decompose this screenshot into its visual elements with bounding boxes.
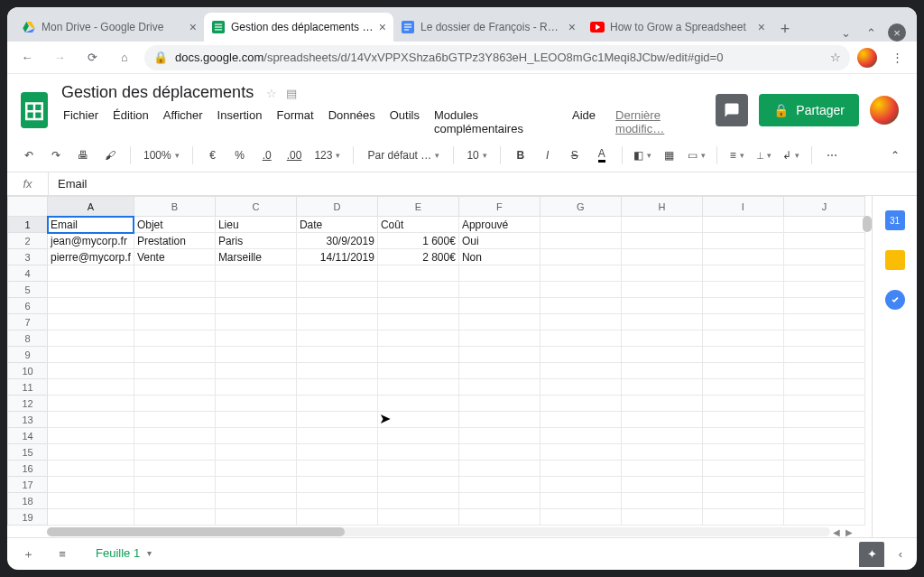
cell[interactable] — [702, 233, 783, 249]
cell[interactable] — [215, 396, 296, 412]
cell[interactable] — [377, 509, 458, 526]
cell[interactable] — [458, 428, 540, 444]
browser-tab[interactable]: Mon Drive - Google Drive × — [14, 13, 204, 42]
increase-decimal-button[interactable]: .00 — [283, 144, 306, 167]
cell[interactable] — [215, 379, 296, 396]
cell[interactable] — [296, 314, 377, 330]
cell[interactable]: pierre@mycorp.f — [48, 249, 134, 265]
cell[interactable] — [702, 509, 783, 526]
cell[interactable] — [621, 412, 702, 428]
cell[interactable] — [621, 265, 702, 282]
cell[interactable] — [621, 444, 702, 461]
column-header[interactable]: G — [540, 197, 621, 217]
calendar-icon[interactable]: 31 — [885, 210, 905, 230]
cell[interactable] — [377, 347, 458, 363]
row-header[interactable]: 2 — [8, 233, 48, 249]
cell[interactable] — [134, 493, 215, 509]
star-icon[interactable]: ☆ — [266, 87, 277, 100]
cell[interactable] — [458, 444, 540, 461]
cell[interactable] — [540, 233, 621, 249]
cell[interactable] — [621, 477, 702, 493]
cell[interactable] — [215, 444, 296, 461]
cell[interactable] — [48, 509, 134, 526]
cell[interactable] — [783, 396, 864, 412]
cell[interactable] — [783, 217, 864, 233]
cell[interactable] — [621, 396, 702, 412]
cell[interactable] — [621, 509, 702, 526]
cell[interactable] — [48, 282, 134, 298]
cell[interactable]: Paris — [215, 233, 296, 249]
cell[interactable]: Vente — [134, 249, 215, 265]
column-header[interactable]: A — [48, 197, 134, 217]
cell[interactable]: jean@mycorp.fr — [48, 233, 134, 249]
cell[interactable] — [377, 314, 458, 330]
add-sheet-button[interactable]: ＋ — [14, 541, 42, 568]
text-wrap-button[interactable]: ↲ — [781, 144, 802, 167]
cell[interactable]: Non — [458, 249, 540, 265]
menu-modules[interactable]: Modules complémentaires — [429, 106, 563, 138]
merge-cells-button[interactable]: ▭ — [686, 144, 707, 167]
cell[interactable] — [215, 509, 296, 526]
redo-button[interactable]: ↷ — [45, 144, 67, 167]
all-sheets-button[interactable]: ≡ — [49, 541, 76, 568]
cell[interactable]: Lieu — [215, 217, 296, 233]
row-header[interactable]: 5 — [8, 282, 48, 298]
cell[interactable] — [377, 493, 458, 509]
cell[interactable] — [215, 461, 296, 477]
cell[interactable] — [783, 265, 864, 282]
cell[interactable]: Coût — [377, 217, 458, 233]
cell[interactable] — [215, 265, 296, 282]
cell[interactable] — [621, 282, 702, 298]
cell[interactable] — [702, 363, 783, 379]
cell[interactable] — [458, 396, 540, 412]
cell[interactable] — [296, 444, 377, 461]
cell[interactable] — [134, 347, 215, 363]
cell[interactable]: 14/11/2019 — [296, 249, 377, 265]
close-icon[interactable]: × — [758, 20, 765, 34]
keep-icon[interactable] — [885, 250, 905, 270]
cell[interactable] — [377, 265, 458, 282]
cell[interactable] — [458, 493, 540, 509]
row-header[interactable]: 17 — [8, 477, 48, 493]
font-size-select[interactable]: 10 — [463, 144, 490, 167]
row-header[interactable]: 19 — [8, 509, 48, 526]
cell[interactable] — [540, 217, 621, 233]
omnibox[interactable]: 🔒 docs.google.com/spreadsheets/d/14VxVPP… — [144, 45, 850, 70]
cell[interactable] — [377, 396, 458, 412]
cell[interactable] — [377, 428, 458, 444]
browser-tab[interactable]: How to Grow a Spreadsheet × — [583, 13, 772, 42]
cell[interactable] — [296, 347, 377, 363]
paint-format-button[interactable]: 🖌 — [99, 144, 121, 167]
cell[interactable] — [296, 363, 377, 379]
cell[interactable] — [783, 461, 864, 477]
menu-aide[interactable]: Aide — [567, 106, 601, 138]
column-header[interactable]: B — [134, 197, 215, 217]
row-header[interactable]: 15 — [8, 444, 48, 461]
cell[interactable]: 1 600€ — [377, 233, 458, 249]
cell[interactable] — [377, 298, 458, 314]
cell[interactable]: 30/9/2019 — [296, 233, 377, 249]
cell[interactable] — [540, 428, 621, 444]
currency-button[interactable]: € — [202, 144, 224, 167]
cell[interactable]: Oui — [458, 233, 540, 249]
cell[interactable] — [458, 298, 540, 314]
cell[interactable] — [540, 282, 621, 298]
cell[interactable] — [296, 477, 377, 493]
italic-button[interactable]: I — [537, 144, 559, 167]
cell[interactable] — [134, 509, 215, 526]
cell[interactable] — [783, 298, 864, 314]
cell[interactable] — [215, 477, 296, 493]
cell[interactable] — [296, 509, 377, 526]
cell[interactable] — [48, 298, 134, 314]
cell[interactable] — [540, 347, 621, 363]
cell[interactable] — [783, 249, 864, 265]
formula-input[interactable]: Email — [49, 172, 917, 195]
menu-edition[interactable]: Édition — [107, 106, 154, 138]
cell[interactable] — [783, 363, 864, 379]
horizontal-scrollbar[interactable]: ◀ ▶ — [47, 526, 855, 537]
scrollbar-thumb[interactable] — [47, 527, 345, 536]
decrease-decimal-button[interactable]: .0 — [256, 144, 278, 167]
cell[interactable]: Marseille — [215, 249, 296, 265]
cell[interactable] — [215, 493, 296, 509]
cell[interactable] — [296, 461, 377, 477]
